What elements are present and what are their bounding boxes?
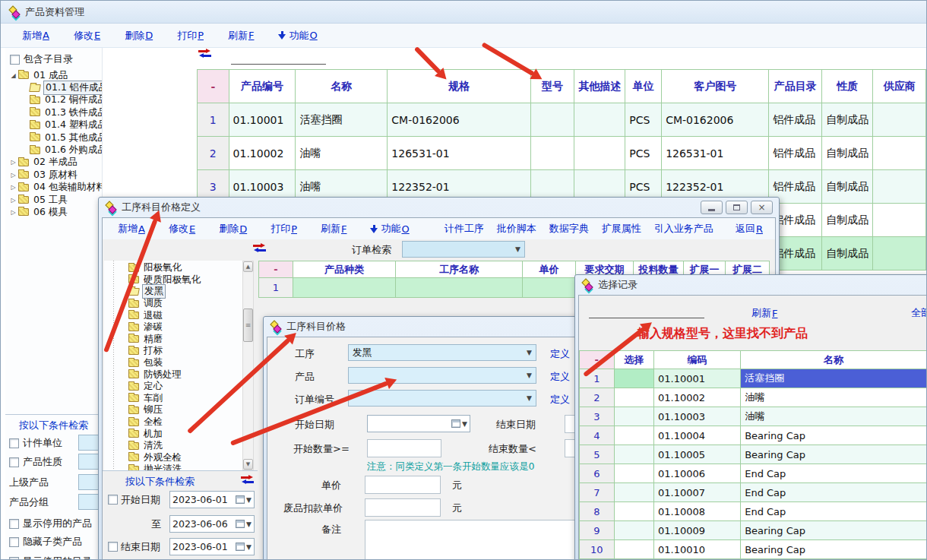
tree-item[interactable]: ▷02 半成品 [5, 157, 102, 169]
table-cell[interactable]: 3 [580, 407, 615, 426]
table-cell[interactable] [293, 278, 396, 298]
column-header[interactable]: - [259, 261, 293, 278]
table-cell[interactable]: 5 [580, 445, 615, 464]
table-cell[interactable]: 01.10007 [653, 483, 740, 502]
range-swap-icon[interactable] [198, 49, 211, 60]
menu-return[interactable]: 返回R [736, 222, 763, 236]
menu-item[interactable]: 刷新F [321, 222, 346, 236]
product-combo[interactable]: ▼ [348, 367, 536, 384]
tree-item[interactable]: 外观全检 [104, 452, 242, 464]
tree-item[interactable]: 退磁 [104, 309, 242, 321]
table-cell[interactable]: 8 [580, 502, 615, 521]
tree-item[interactable]: 01.2 铜件成品 [5, 94, 102, 106]
tree-item[interactable]: 硬质阳极氧化 [104, 274, 242, 286]
tree-item[interactable]: 铆压 [104, 404, 242, 416]
table-cell[interactable]: PCS [625, 137, 662, 170]
table-cell[interactable] [614, 483, 653, 502]
table-cell[interactable]: 2 [580, 388, 615, 407]
column-header[interactable]: 名称 [741, 351, 927, 369]
collapsed-expander-icon[interactable]: ▷ [9, 184, 17, 191]
order-search-combo[interactable]: ▼ [402, 241, 525, 258]
table-cell[interactable]: End Cap [741, 502, 927, 521]
table-cell[interactable] [614, 502, 653, 521]
collapsed-expander-icon[interactable]: ▷ [9, 197, 17, 204]
table-cell[interactable]: 01.10003 [653, 407, 740, 426]
table-cell[interactable] [873, 170, 926, 204]
column-header[interactable]: 产品目录 [769, 70, 822, 103]
remark-textarea[interactable] [365, 520, 576, 560]
table-cell[interactable]: PCS [625, 103, 662, 137]
filter-row[interactable]: 显示停用的目录 [9, 553, 102, 560]
tree-item[interactable]: 渗碳 [104, 321, 242, 334]
maximize-button[interactable] [726, 201, 748, 214]
tree-item[interactable]: 打标 [104, 345, 242, 357]
table-cell[interactable]: 01.10009 [653, 521, 740, 540]
minimize-button[interactable] [701, 201, 723, 214]
filter-row[interactable]: 开始日期 2023-06-01▼ [108, 491, 160, 508]
menu-item[interactable]: 新增A [22, 29, 49, 43]
table-cell[interactable]: 7 [580, 483, 615, 502]
date-input[interactable]: 2023-06-01▼ [169, 491, 255, 508]
range-swap-icon[interactable] [253, 244, 266, 255]
tree-item[interactable]: ▷04 包装辅助材料 [5, 182, 102, 194]
scroll-down-button[interactable]: ▼ [243, 459, 253, 470]
checkbox-icon[interactable] [9, 457, 19, 467]
table-cell[interactable]: 油嘴 [741, 388, 927, 407]
column-header[interactable]: 单位 [625, 70, 662, 103]
table-cell[interactable] [614, 464, 653, 483]
table-cell[interactable]: 01.10002 [229, 137, 296, 170]
table-cell[interactable]: 自制成品 [822, 137, 873, 170]
quick-search-input[interactable] [231, 64, 326, 65]
table-cell[interactable] [873, 204, 926, 237]
menu-item[interactable]: 打印P [177, 29, 204, 43]
column-header[interactable]: 供应商 [873, 70, 926, 103]
filter-row[interactable]: 结束日期 2023-06-01▼ [108, 538, 160, 555]
table-cell[interactable]: 铝件成品 [769, 103, 822, 137]
table-cell[interactable]: 01.10002 [653, 388, 740, 407]
table-cell[interactable] [396, 278, 523, 298]
tree-item[interactable]: 精磨 [104, 334, 242, 346]
price-input[interactable] [365, 476, 441, 494]
column-header[interactable]: 名称 [296, 70, 388, 103]
menu-item[interactable]: 批价脚本 [497, 222, 536, 236]
close-button[interactable]: × [751, 201, 773, 214]
menu-item[interactable]: 功能O [278, 29, 317, 43]
tree-item[interactable]: 01.6 外购成品 [5, 144, 102, 156]
tree-item[interactable]: 抛光清洗 [104, 464, 242, 470]
column-header[interactable]: 选择 [614, 351, 653, 369]
table-cell[interactable]: End Cap [741, 483, 927, 502]
tree-item[interactable]: 清洗 [104, 440, 242, 452]
tree-item[interactable]: 01.5 其他成品 [5, 131, 102, 144]
menu-item[interactable]: 删除D [219, 222, 247, 236]
checkbox-icon[interactable] [9, 519, 19, 529]
table-cell[interactable]: 自制成品 [822, 237, 873, 271]
table-cell[interactable]: 自制成品 [822, 170, 873, 204]
table-cell[interactable] [614, 540, 653, 559]
table-cell[interactable] [614, 388, 653, 407]
dropdown-arrow-icon[interactable]: ▼ [462, 420, 467, 428]
define-link[interactable]: 定义 [550, 347, 570, 361]
filter-row[interactable]: 计件单位 [9, 435, 102, 451]
collapsed-expander-icon[interactable]: ▷ [9, 159, 17, 166]
define-link[interactable]: 定义 [550, 370, 570, 384]
menu-item[interactable]: 刷新F [228, 29, 254, 43]
column-header[interactable]: 产品编号 [229, 70, 296, 103]
table-cell[interactable]: 油嘴 [741, 407, 927, 426]
table-cell[interactable]: 自制成品 [822, 103, 873, 137]
column-header[interactable]: 客户图号 [662, 70, 769, 103]
dropdown-arrow-icon[interactable]: ▼ [246, 520, 252, 528]
table-cell[interactable]: 01.10001 [229, 103, 296, 137]
table-cell[interactable]: 01.10006 [653, 464, 740, 483]
checkbox-icon[interactable] [108, 495, 118, 505]
tree-item[interactable]: 01.3 铁件成品 [5, 106, 102, 119]
checkbox-icon[interactable] [9, 557, 19, 560]
table-cell[interactable] [614, 426, 653, 445]
order-combo[interactable]: ▼ [348, 390, 536, 407]
table-cell[interactable] [873, 137, 926, 170]
table-cell[interactable]: CM-0162006 [662, 103, 769, 137]
table-cell[interactable] [614, 445, 653, 464]
menu-item[interactable]: 功能O [370, 222, 409, 236]
filter-row[interactable]: 显示停用的产品 [9, 515, 102, 532]
tree-item[interactable]: 定心 [104, 381, 242, 393]
table-cell[interactable]: 01.10008 [653, 502, 740, 521]
